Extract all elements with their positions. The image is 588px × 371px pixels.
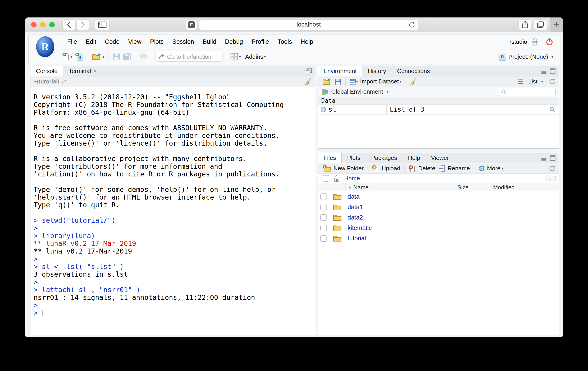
console-output[interactable]: R version 3.5.2 (2018-12-20) -- "Eggshel… xyxy=(31,87,315,317)
console-prompt-line[interactable]: > xyxy=(34,309,313,317)
minimize-window-button[interactable] xyxy=(40,22,46,27)
delete-button[interactable]: Delete xyxy=(407,163,437,174)
home-icon xyxy=(333,175,341,182)
row-checkbox[interactable] xyxy=(320,235,327,242)
refresh-icon[interactable] xyxy=(549,165,556,172)
goto-file-input[interactable]: Go to file/function xyxy=(156,52,222,62)
row-checkbox[interactable] xyxy=(320,225,327,231)
sidebar-button[interactable] xyxy=(95,20,110,30)
chevron-down-icon: ▾ xyxy=(502,166,504,171)
close-window-button[interactable] xyxy=(31,22,37,27)
menu-plots[interactable]: Plots xyxy=(150,38,164,45)
minimize-pane-icon[interactable] xyxy=(541,155,547,161)
menu-debug[interactable]: Debug xyxy=(225,38,243,45)
tab-connections[interactable]: Connections xyxy=(392,66,435,76)
more-breadcrumb-button[interactable]: ... xyxy=(546,175,556,182)
tab-files[interactable]: Files xyxy=(318,153,342,163)
environment-object-row[interactable]: sl List of 3 xyxy=(318,105,559,115)
divider xyxy=(368,164,368,173)
favicon-button[interactable]: F xyxy=(186,20,197,30)
menu-view[interactable]: View xyxy=(128,38,141,45)
close-icon[interactable]: × xyxy=(93,68,96,74)
menu-profile[interactable]: Profile xyxy=(252,38,269,45)
maximize-pane-icon[interactable] xyxy=(305,68,312,75)
inspect-object-icon[interactable] xyxy=(549,106,556,113)
folder-link[interactable]: tutorial xyxy=(347,235,366,242)
folder-link[interactable]: data2 xyxy=(347,214,363,221)
console-line: Platform: x86_64-pc-linux-gnu (64-bit) xyxy=(34,109,313,116)
maximize-pane-icon[interactable] xyxy=(550,155,556,161)
row-checkbox[interactable] xyxy=(320,204,327,211)
project-selector[interactable]: R Project: (None) ▾ xyxy=(499,53,553,60)
tab-terminal[interactable]: Terminal × xyxy=(63,66,102,76)
new-project-button[interactable]: R xyxy=(74,51,85,62)
tab-overview-button[interactable] xyxy=(534,20,547,30)
tab-console[interactable]: Console xyxy=(31,66,63,76)
new-tab-button[interactable]: + xyxy=(550,18,563,32)
file-row[interactable]: data1 xyxy=(318,202,559,212)
menu-build[interactable]: Build xyxy=(203,38,216,45)
save-workspace-button[interactable] xyxy=(333,76,343,87)
maximize-pane-icon[interactable] xyxy=(550,68,556,74)
tab-plots[interactable]: Plots xyxy=(342,153,366,163)
tab-packages[interactable]: Packages xyxy=(366,153,402,163)
tab-history[interactable]: History xyxy=(362,66,392,76)
minimize-pane-icon[interactable] xyxy=(541,68,547,74)
sign-out-icon[interactable] xyxy=(530,38,539,46)
folder-link[interactable]: data1 xyxy=(347,204,363,211)
environment-search-input[interactable] xyxy=(499,88,556,96)
quit-session-icon[interactable] xyxy=(546,38,553,46)
upload-button[interactable]: Upload xyxy=(371,163,402,174)
expand-object-icon[interactable] xyxy=(320,107,326,112)
folder-link[interactable]: kitematic xyxy=(347,224,372,231)
load-workspace-button[interactable] xyxy=(321,76,333,87)
view-mode-label[interactable]: List xyxy=(528,78,537,85)
column-size[interactable]: Size xyxy=(455,183,491,191)
back-button[interactable] xyxy=(63,20,75,30)
chevron-down-icon: ▾ xyxy=(70,54,73,59)
clear-environment-button[interactable] xyxy=(409,76,418,87)
rename-button[interactable]: Rename xyxy=(437,163,471,174)
row-checkbox[interactable] xyxy=(320,214,327,221)
refresh-icon[interactable] xyxy=(549,78,556,85)
zoom-window-button[interactable] xyxy=(49,22,55,27)
reload-icon[interactable] xyxy=(409,21,415,28)
menu-code[interactable]: Code xyxy=(105,38,120,45)
menu-session[interactable]: Session xyxy=(172,38,194,45)
menu-edit[interactable]: Edit xyxy=(86,38,96,45)
folder-link[interactable]: data xyxy=(347,193,360,200)
import-dataset-button[interactable]: Import Dataset ▾ xyxy=(348,76,403,87)
chevron-down-icon[interactable]: ▾ xyxy=(541,79,543,84)
clear-console-icon[interactable] xyxy=(305,78,312,85)
more-button[interactable]: ⚙ More ▾ xyxy=(477,163,505,174)
open-file-button[interactable]: ▾ xyxy=(91,51,106,62)
tab-environment[interactable]: Environment xyxy=(318,66,362,76)
breadcrumb-home[interactable]: Home xyxy=(344,175,360,182)
menu-tools[interactable]: Tools xyxy=(278,38,292,45)
goto-directory-icon[interactable] xyxy=(62,79,67,84)
new-file-button[interactable]: ▾ xyxy=(61,51,74,62)
share-button[interactable] xyxy=(519,20,532,30)
workspace-panes-button[interactable]: ▾ xyxy=(229,51,242,62)
file-row[interactable]: data xyxy=(318,191,559,202)
address-bar[interactable]: localhost xyxy=(199,20,418,30)
select-all-checkbox[interactable] xyxy=(323,175,329,182)
column-modified[interactable]: Modified xyxy=(491,183,559,191)
menu-help[interactable]: Help xyxy=(301,38,313,45)
menu-file[interactable]: File xyxy=(67,38,77,45)
column-name[interactable]: ▲Name xyxy=(345,183,455,191)
tab-help[interactable]: Help xyxy=(402,153,425,163)
addins-button[interactable]: Addins ▾ xyxy=(242,51,267,62)
import-dataset-label: Import Dataset xyxy=(360,78,399,85)
tab-viewer[interactable]: Viewer xyxy=(425,153,454,163)
forward-button[interactable] xyxy=(76,20,89,30)
file-row[interactable]: tutorial xyxy=(318,233,559,244)
chevron-down-icon[interactable]: ▾ xyxy=(387,89,389,94)
chevron-down-icon: ▾ xyxy=(239,54,241,59)
object-value: List of 3 xyxy=(390,106,424,113)
file-row[interactable]: kitematic xyxy=(318,223,559,233)
scope-label[interactable]: Global Environment xyxy=(331,88,383,95)
row-checkbox[interactable] xyxy=(320,193,327,200)
file-row[interactable]: data2 xyxy=(318,212,559,223)
new-folder-button[interactable]: New Folder xyxy=(321,163,365,174)
